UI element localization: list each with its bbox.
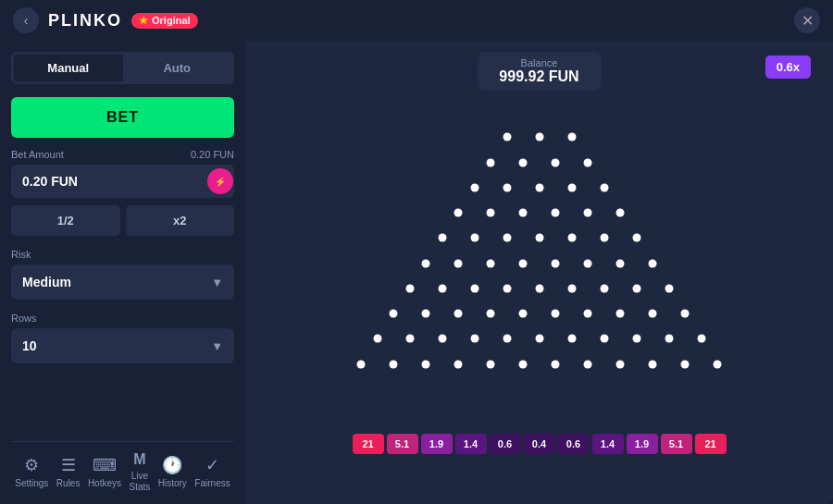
plinko-dot [584, 310, 592, 318]
main-area: Manual Auto BET Bet Amount 0.20 FUN ⚡ ▲ … [0, 41, 833, 504]
bucket-item: 0.6 [558, 434, 590, 454]
bet-button[interactable]: BET [11, 97, 234, 138]
plinko-dot [487, 360, 495, 368]
livestats-icon: M [133, 451, 145, 468]
plinko-dot [584, 360, 592, 368]
plinko-dot [649, 259, 657, 267]
badge-label: Original [152, 15, 191, 26]
plinko-dot [584, 209, 592, 217]
plinko-dot [665, 335, 673, 343]
plinko-dot [390, 310, 398, 318]
plinko-dot [390, 360, 398, 368]
plinko-dot [487, 209, 495, 217]
plinko-dot [503, 133, 511, 141]
plinko-dot [600, 183, 608, 191]
plinko-dot [503, 234, 511, 242]
plinko-dot [405, 335, 414, 343]
rows-label: Rows [11, 313, 37, 324]
plinko-dot [552, 158, 560, 166]
history-icon: 🕐 [162, 455, 182, 475]
settings-icon: ⚙ [24, 455, 39, 475]
half-button[interactable]: 1/2 [11, 205, 120, 236]
bucket-item: 21 [695, 434, 727, 454]
plinko-dot [665, 284, 673, 292]
plinko-dot [600, 335, 608, 343]
plinko-dot [454, 259, 463, 267]
plinko-dot [681, 310, 690, 318]
plinko-dot [503, 284, 511, 292]
plinko-dot [552, 360, 560, 368]
toolbar-rules[interactable]: ☰ Rules [56, 455, 81, 489]
plinko-dot [567, 335, 576, 343]
plinko-dot [600, 284, 608, 292]
plinko-dot [649, 360, 657, 368]
toolbar-livestats[interactable]: M LiveStats [129, 451, 150, 493]
risk-label-row: Risk [11, 249, 234, 260]
rules-icon: ☰ [61, 455, 76, 475]
toolbar-history[interactable]: 🕐 History [158, 455, 187, 489]
plinko-dot [552, 209, 560, 217]
plinko-dot [470, 335, 479, 343]
bucket-item: 0.6 [490, 434, 521, 454]
plinko-dot [454, 209, 463, 217]
bucket-item: 1.9 [627, 434, 658, 454]
plinko-dot [681, 360, 690, 368]
plinko-dot [567, 183, 576, 191]
settings-label: Settings [15, 478, 48, 489]
rules-label: Rules [56, 478, 81, 489]
bucket-item: 1.9 [421, 434, 453, 454]
plinko-dot [616, 360, 625, 368]
close-button[interactable]: ✕ [794, 7, 820, 33]
livestats-label: LiveStats [129, 471, 150, 493]
plinko-dot [422, 310, 430, 318]
plinko-dot [616, 209, 625, 217]
toolbar-fairness[interactable]: ✓ Fairness [194, 455, 230, 489]
risk-select-wrapper: Low Medium High ▼ [11, 264, 234, 300]
bucket-item: 0.4 [524, 434, 555, 454]
balance-value: 999.92 FUN [499, 68, 578, 85]
plinko-dot [567, 234, 576, 242]
plinko-dot [519, 310, 528, 318]
plinko-dot [503, 183, 511, 191]
bucket-item: 1.4 [455, 434, 487, 454]
risk-select[interactable]: Low Medium High [11, 264, 234, 300]
plinko-dot [519, 158, 528, 166]
bet-amount-input-group: ⚡ ▲ ▼ [11, 165, 234, 198]
bucket-item: 1.4 [592, 434, 624, 454]
buckets-row: 215.11.91.40.60.40.61.41.95.121 [353, 434, 727, 454]
plinko-dot [535, 133, 543, 141]
game-title: PLINKO [48, 11, 122, 31]
plinko-dot [373, 335, 381, 343]
plinko-dot [454, 360, 463, 368]
plinko-dot [470, 183, 479, 191]
plinko-dot [632, 335, 640, 343]
toolbar-hotkeys[interactable]: ⌨ Hotkeys [88, 455, 121, 489]
plinko-dot [552, 259, 560, 267]
plinko-dot [584, 259, 592, 267]
plinko-dot [616, 310, 625, 318]
app-window: ‹ PLINKO ★ Original ✕ Manual Auto BET Be… [0, 0, 833, 504]
toolbar-settings[interactable]: ⚙ Settings [15, 455, 48, 489]
plinko-dot [714, 360, 722, 368]
bucket-item: 5.1 [387, 434, 418, 454]
rows-select[interactable]: 8 9 10 11 12 13 14 15 16 [11, 328, 234, 363]
rows-label-row: Rows [11, 313, 234, 324]
rows-select-wrapper: 8 9 10 11 12 13 14 15 16 ▼ [11, 328, 234, 363]
bet-amount-input[interactable] [11, 165, 207, 198]
bet-amount-label: Bet Amount [11, 149, 64, 160]
back-button[interactable]: ‹ [13, 7, 39, 33]
fairness-label: Fairness [194, 478, 230, 489]
fairness-icon: ✓ [205, 455, 219, 475]
tab-bar: Manual Auto [11, 52, 234, 84]
fun-icon: ⚡ [207, 168, 233, 194]
double-button[interactable]: x2 [126, 205, 235, 236]
tab-auto[interactable]: Auto [123, 55, 232, 81]
plinko-dot [422, 360, 430, 368]
hotkeys-icon: ⌨ [93, 455, 117, 475]
plinko-dot [632, 284, 640, 292]
bet-amount-label-row: Bet Amount 0.20 FUN [11, 149, 234, 160]
plinko-dot [567, 284, 576, 292]
plinko-dot [519, 360, 528, 368]
plinko-dot [487, 310, 495, 318]
tab-manual[interactable]: Manual [14, 55, 123, 81]
